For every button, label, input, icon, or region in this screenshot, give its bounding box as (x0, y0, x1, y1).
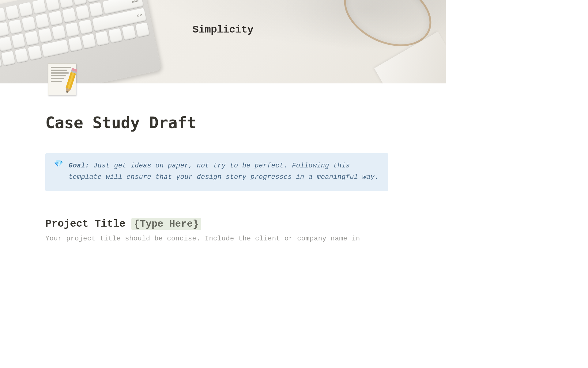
key-blank (81, 34, 96, 49)
key-blank (89, 2, 103, 17)
key-blank (32, 0, 47, 14)
project-title-input-placeholder[interactable]: {Type Here} (131, 218, 201, 230)
callout-label: Goal: (69, 162, 89, 170)
page-viewport: { } P (0, 0, 446, 250)
pencil-icon (64, 68, 77, 94)
cover-title: Simplicity (0, 24, 446, 36)
diamond-icon: 💎 (54, 161, 63, 183)
key-blank (5, 5, 20, 20)
key-brace-close: } (0, 8, 6, 23)
memo-icon (48, 63, 76, 95)
key-blank (75, 5, 90, 20)
key-blank (28, 45, 42, 60)
key-blank (68, 36, 83, 52)
callout-text[interactable]: Goal: Just get ideas on paper, not try t… (69, 160, 380, 183)
key-blank (46, 0, 60, 11)
page-icon[interactable] (45, 63, 79, 96)
goal-callout[interactable]: 💎 Goal: Just get ideas on paper, not try… (45, 153, 388, 191)
key-blank (62, 8, 77, 23)
section-heading[interactable]: Project Title (45, 218, 125, 230)
key-blank (49, 11, 63, 26)
section-heading-row: Project Title {Type Here} (45, 218, 388, 230)
section-description[interactable]: Your project title should be concise. In… (45, 234, 388, 244)
page-title[interactable]: Case Study Draft (45, 113, 388, 132)
key-blank (19, 2, 33, 17)
key-blank (0, 36, 12, 52)
page-content: Case Study Draft 💎 Goal: Just get ideas … (45, 113, 388, 244)
key-blank (1, 51, 15, 66)
key-blank (41, 40, 69, 57)
section-project-title: Project Title {Type Here} Your project t… (45, 218, 388, 244)
key-blank (14, 48, 29, 63)
callout-body: Just get ideas on paper, not try to be p… (69, 162, 379, 181)
key-blank (72, 0, 87, 6)
key-blank (11, 34, 26, 49)
key-blank (59, 0, 74, 9)
keyboard-illustration: { } P (0, 0, 161, 83)
